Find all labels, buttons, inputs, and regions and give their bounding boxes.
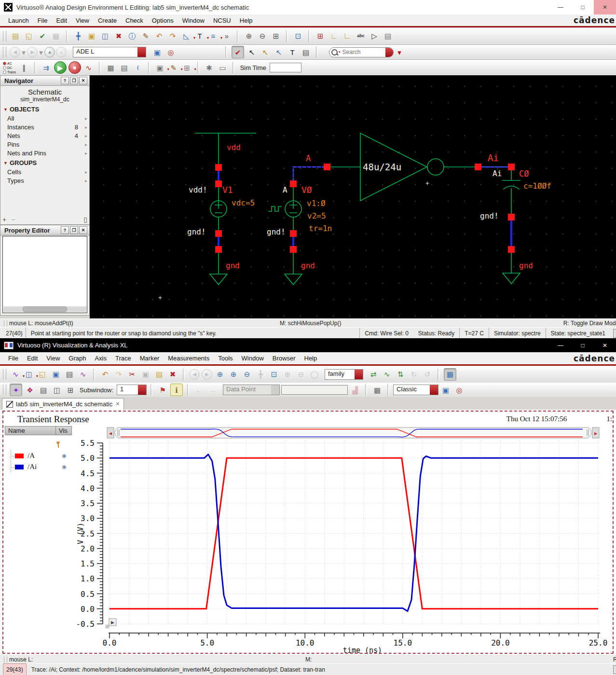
flag-icon[interactable]: ⚑ — [157, 384, 168, 396]
menu-create[interactable]: Create — [94, 15, 121, 26]
ade-mode-combo[interactable]: ADE L — [73, 47, 146, 57]
panel-help-icon[interactable]: ? — [61, 77, 69, 84]
create-note-icon[interactable]: ▤ — [382, 30, 394, 42]
wizard-icon[interactable]: ✦ — [10, 384, 22, 396]
menu-file[interactable]: File — [33, 15, 52, 26]
legend-name-header[interactable]: Name — [5, 427, 56, 435]
instance-name[interactable]: V1 — [222, 185, 233, 195]
search-box[interactable]: ▾ — [329, 47, 394, 57]
net-label[interactable]: gnd — [301, 261, 315, 270]
tab-close-icon[interactable]: ✕ — [115, 401, 120, 407]
create-wire-icon[interactable]: ∟ — [328, 30, 340, 42]
close-button[interactable]: ✕ — [594, 338, 616, 352]
navigator-item-nets[interactable]: Nets4▸ — [0, 131, 89, 140]
analysis-mode-dc[interactable]: DC — [3, 66, 16, 70]
navigator-section-objects[interactable]: ▼OBJECTS — [0, 104, 89, 114]
save-icon[interactable]: ▣ — [50, 369, 62, 380]
property-editor-titlebar[interactable]: Property Editor ? ❐ ✕ — [0, 225, 89, 235]
paste-icon[interactable]: ▤ — [153, 369, 165, 380]
menu-check[interactable]: Check — [121, 15, 148, 26]
maximize-button[interactable]: □ — [572, 338, 594, 352]
nav-forward-caret-icon[interactable]: ▾ — [39, 46, 43, 58]
property-editor-hscrollbar[interactable] — [3, 306, 86, 312]
graph-tab[interactable]: lab5 sim_inverterM4_dc schematic ✕ — [2, 398, 124, 410]
statusbar-resize-grip[interactable] — [613, 329, 616, 338]
menu-axis[interactable]: Axis — [90, 353, 111, 363]
undo-icon[interactable]: ↶ — [153, 30, 165, 42]
nav-up-icon[interactable]: ▲ — [44, 47, 55, 57]
zoom-box-icon[interactable]: ⊞ — [270, 30, 282, 42]
vertical-layout-icon[interactable]: ◫ — [51, 384, 63, 396]
sim-time-input[interactable] — [270, 63, 301, 72]
navigator-item-types[interactable]: Types▸ — [0, 176, 89, 185]
edit-properties-icon[interactable]: ✎ — [140, 30, 151, 42]
navigator-item-instances[interactable]: Instances8▸ — [0, 123, 89, 131]
instance-name[interactable]: VØ — [301, 185, 312, 195]
global-label[interactable]: gnd! — [187, 227, 206, 236]
doc-options-icon[interactable]: ✱ — [204, 62, 215, 73]
zoom-y-icon[interactable]: ⊖ — [295, 369, 307, 380]
save-icon[interactable]: ✔ — [37, 30, 48, 42]
copy-settings-icon[interactable]: ▣ — [440, 384, 452, 396]
menu-launch[interactable]: Launch — [4, 15, 33, 26]
analysis-mode-toggle[interactable]: ACDCTrans — [3, 60, 16, 75]
analysis-mode-ac[interactable]: AC — [3, 61, 16, 66]
analyses-settings-icon[interactable]: ∥ — [18, 62, 30, 73]
info-icon[interactable]: ⓘ — [126, 30, 138, 42]
close-button[interactable]: ✕ — [594, 0, 616, 14]
remove-settings-icon[interactable]: ◎ — [453, 384, 465, 396]
menu-view[interactable]: View — [42, 353, 64, 363]
text-style-icon[interactable]: T▾ — [194, 30, 205, 42]
instance-param[interactable]: tr=1n — [309, 224, 332, 233]
toolbar-grip[interactable] — [3, 47, 6, 57]
open-icon[interactable]: ◱ — [23, 30, 35, 42]
histogram-icon[interactable]: ▟ — [349, 384, 361, 396]
delete-config-icon[interactable]: ◎ — [165, 46, 177, 58]
legend-row-ai[interactable]: /Ai◉ — [11, 461, 77, 472]
zoom-in-icon[interactable]: ⊕ — [214, 369, 226, 380]
plot-icon[interactable]: ∿ — [83, 62, 95, 73]
visibility-eye-icon[interactable]: ◉ — [62, 453, 67, 459]
replay-button[interactable]: ▶ — [109, 619, 116, 626]
create-instance-icon[interactable]: ⊞ — [315, 30, 326, 42]
navigator-item-nets-and-pins[interactable]: Nets and Pins▸ — [0, 149, 89, 157]
net-label[interactable]: vdd — [227, 143, 241, 152]
schematic-wires[interactable] — [195, 133, 520, 285]
net-label[interactable]: gnd — [519, 261, 533, 270]
instance-param[interactable]: vdc=5 — [232, 198, 255, 207]
style-combo[interactable]: Classic — [393, 385, 438, 395]
schematic-canvas[interactable]: vdd vdd! V1 vdc=5 gnd! gnd A A VØ v1:Ø v… — [90, 75, 616, 318]
horizontal-layout-icon[interactable]: ▤ — [38, 384, 49, 396]
menu-options[interactable]: Options — [148, 15, 178, 26]
legend-row-a[interactable]: /A◉ — [11, 450, 77, 461]
next-point-icon[interactable]: → — [207, 384, 219, 396]
navigator-remove-icon[interactable]: − — [11, 216, 15, 223]
save-as-icon[interactable]: ▦ — [50, 30, 62, 42]
panel-help-icon[interactable]: ? — [61, 226, 69, 234]
zoom-in-x-icon[interactable]: ⊕ — [228, 369, 239, 380]
net-label[interactable]: gnd — [226, 261, 240, 270]
menu-window[interactable]: Window — [237, 353, 268, 363]
delete-icon[interactable]: ✖ — [167, 369, 178, 380]
window-layout-icon[interactable]: ◫▾ — [23, 369, 35, 380]
axis-options-icon[interactable]: ⊞ — [105, 624, 109, 629]
copy-icon[interactable]: ▣ — [86, 30, 97, 42]
search-caret-icon[interactable]: ▾ — [397, 46, 402, 58]
global-label[interactable]: vdd! — [189, 185, 207, 194]
overlay-icon[interactable]: ∿ — [381, 369, 393, 380]
align-icon[interactable]: ≡▾ — [207, 30, 219, 42]
navigator-item-all[interactable]: All▸ — [0, 114, 89, 123]
create-pin-icon[interactable]: ▷ — [369, 30, 380, 42]
swap-sweep-icon[interactable]: ⇄ — [368, 369, 379, 380]
combo-dropdown-icon[interactable] — [138, 385, 146, 395]
prev-point-icon[interactable]: ← — [193, 384, 205, 396]
table-icon[interactable]: ▦ — [444, 368, 456, 381]
search-scope-caret-icon[interactable]: ▾ — [339, 50, 341, 54]
split-strips-icon[interactable]: ⇅ — [395, 369, 406, 380]
menu-view[interactable]: View — [71, 15, 94, 26]
snapshot-icon[interactable]: ∿ — [77, 369, 89, 380]
menu-graph[interactable]: Graph — [64, 353, 90, 363]
menu-file[interactable]: File — [4, 353, 23, 363]
stop-icon[interactable]: ■ — [68, 61, 81, 74]
pin-label[interactable]: A — [283, 185, 287, 194]
